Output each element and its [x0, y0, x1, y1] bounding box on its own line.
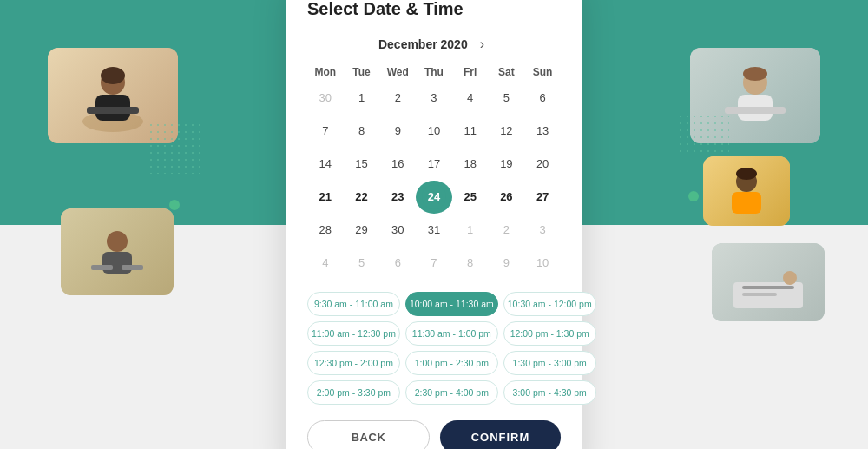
calendar-day[interactable]: 27 [524, 181, 561, 214]
svg-rect-6 [102, 252, 132, 274]
calendar-day[interactable]: 24 [416, 181, 452, 214]
calendar-day[interactable]: 9 [489, 247, 525, 280]
weekday-header: Wed [379, 63, 416, 82]
svg-rect-17 [742, 286, 794, 289]
time-slot[interactable]: 3:00 pm - 4:30 pm [503, 380, 596, 405]
calendar-day[interactable]: 2 [489, 214, 525, 247]
calendar-day[interactable]: 1 [344, 82, 380, 115]
calendar-day[interactable]: 3 [524, 214, 561, 247]
back-button[interactable]: BACK [307, 420, 430, 450]
calendar-day[interactable]: 25 [452, 181, 489, 214]
svg-rect-18 [742, 293, 777, 296]
calendar-day[interactable]: 5 [489, 82, 525, 115]
calendar-day[interactable]: 19 [489, 148, 525, 181]
svg-point-12 [743, 67, 767, 81]
weekday-header: Thu [416, 63, 452, 82]
modal-title: Select Date & Time [307, 0, 561, 19]
time-slot[interactable]: 10:30 am - 12:00 pm [503, 292, 596, 316]
svg-rect-3 [87, 107, 139, 114]
dot-green-left [169, 200, 180, 210]
calendar-day[interactable]: 4 [307, 247, 344, 280]
confirm-button[interactable]: CONFIRM [440, 420, 561, 450]
time-slot[interactable]: 2:30 pm - 4:00 pm [405, 380, 498, 405]
time-slot[interactable]: 1:00 pm - 2:30 pm [405, 351, 498, 375]
svg-rect-8 [122, 265, 143, 270]
calendar-week-row: 78910111213 [307, 115, 561, 148]
calendar-day[interactable]: 10 [524, 247, 561, 280]
calendar-week-row: 30123456 [307, 82, 561, 115]
calendar-day[interactable]: 26 [489, 181, 525, 214]
calendar-day[interactable]: 7 [416, 247, 452, 280]
calendar-week-row: 21222324252627 [307, 181, 561, 214]
calendar-day[interactable]: 8 [452, 247, 489, 280]
svg-rect-11 [725, 107, 786, 114]
dots-pattern-right [677, 113, 729, 156]
time-slot[interactable]: 9:30 am - 11:00 am [307, 292, 400, 316]
calendar-week-row: 45678910 [307, 247, 561, 280]
time-slot[interactable]: 11:30 am - 1:00 pm [405, 321, 498, 346]
svg-rect-7 [91, 265, 113, 270]
weekday-header: Mon [307, 63, 344, 82]
photo-right-middle [703, 156, 790, 226]
photo-right-bottom [712, 243, 825, 321]
calendar-day[interactable]: 1 [452, 214, 489, 247]
calendar-week-row: 28293031123 [307, 214, 561, 247]
calendar-day[interactable]: 3 [416, 82, 452, 115]
button-row: BACK CONFIRM [307, 420, 561, 450]
calendar-day[interactable]: 5 [344, 247, 380, 280]
time-slot[interactable]: 10:00 am - 11:30 am [405, 292, 498, 316]
calendar-day[interactable]: 8 [344, 115, 380, 148]
calendar-day[interactable]: 7 [307, 115, 344, 148]
time-slot[interactable]: 11:00 am - 12:30 pm [307, 321, 400, 346]
calendar-day[interactable]: 20 [524, 148, 561, 181]
time-slot[interactable]: 2:00 pm - 3:30 pm [307, 380, 400, 405]
calendar-month: December 2020 [378, 37, 468, 51]
photo-left-bottom [61, 208, 174, 295]
calendar-day[interactable]: 4 [452, 82, 489, 115]
calendar-day[interactable]: 30 [307, 82, 344, 115]
calendar-day[interactable]: 18 [452, 148, 489, 181]
time-slots-grid: 9:30 am - 11:00 am10:00 am - 11:30 am10:… [307, 292, 561, 405]
time-slot[interactable]: 1:30 pm - 3:00 pm [503, 351, 596, 375]
svg-point-15 [736, 168, 757, 180]
calendar-day[interactable]: 13 [524, 115, 561, 148]
weekday-header: Sun [524, 63, 561, 82]
svg-point-5 [107, 231, 128, 252]
calendar-day[interactable]: 9 [379, 115, 416, 148]
calendar-next-button[interactable]: › [475, 35, 490, 54]
weekday-header: Tue [344, 63, 380, 82]
calendar-day[interactable]: 22 [344, 181, 380, 214]
calendar-day[interactable]: 15 [344, 148, 380, 181]
calendar-day[interactable]: 6 [524, 82, 561, 115]
calendar-day[interactable]: 21 [307, 181, 344, 214]
date-time-modal: Select Date & Time December 2020 › MonTu… [286, 0, 582, 449]
svg-rect-14 [732, 192, 761, 214]
calendar-body: 3012345678910111213141516171819202122232… [307, 82, 561, 280]
time-slot[interactable]: 12:00 pm - 1:30 pm [503, 321, 596, 346]
calendar-header: December 2020 › [307, 35, 561, 54]
dot-green-right [688, 191, 699, 201]
weekday-header: Sat [489, 63, 525, 82]
calendar-day[interactable]: 23 [379, 181, 416, 214]
weekday-header: Fri [452, 63, 489, 82]
calendar-day[interactable]: 14 [307, 148, 344, 181]
calendar-day[interactable]: 31 [416, 214, 452, 247]
svg-point-19 [783, 271, 797, 285]
calendar-day[interactable]: 29 [344, 214, 380, 247]
calendar-week-row: 14151617181920 [307, 148, 561, 181]
calendar-weekdays-row: MonTueWedThuFriSatSun [307, 63, 561, 82]
svg-point-4 [101, 67, 125, 84]
time-slot[interactable]: 12:30 pm - 2:00 pm [307, 351, 400, 375]
calendar-day[interactable]: 30 [379, 214, 416, 247]
calendar-grid: MonTueWedThuFriSatSun 301234567891011121… [307, 63, 561, 280]
calendar-day[interactable]: 28 [307, 214, 344, 247]
dots-pattern-left [148, 122, 200, 174]
calendar-day[interactable]: 10 [416, 115, 452, 148]
calendar-day[interactable]: 11 [452, 115, 489, 148]
calendar-day[interactable]: 16 [379, 148, 416, 181]
calendar-day[interactable]: 6 [379, 247, 416, 280]
calendar-day[interactable]: 17 [416, 148, 452, 181]
calendar-day[interactable]: 2 [379, 82, 416, 115]
calendar-day[interactable]: 12 [489, 115, 525, 148]
